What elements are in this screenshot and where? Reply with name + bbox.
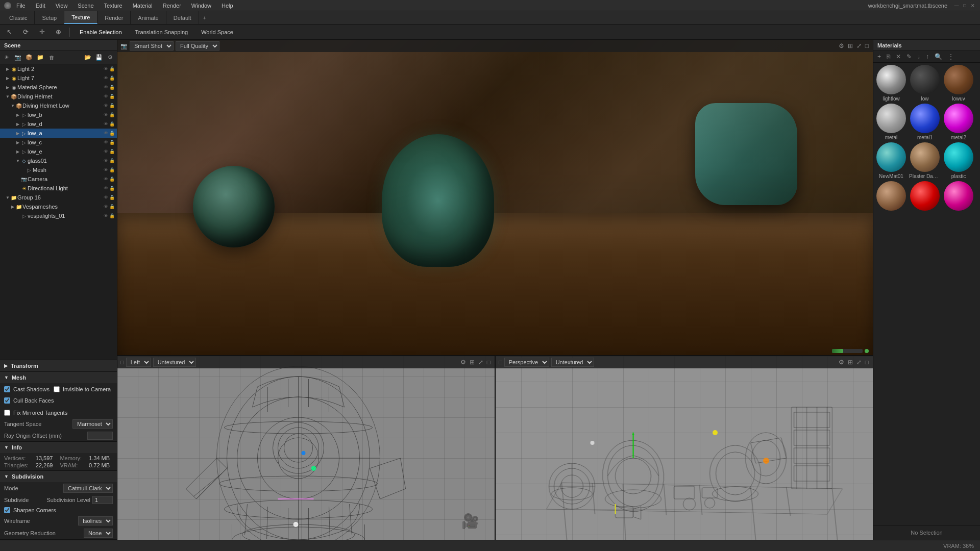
tree-item-low-b[interactable]: ▶ ▷ low_b 👁🔒 (0, 110, 117, 119)
transform-header[interactable]: ▶ Transform (0, 360, 117, 371)
ray-origin-offset-input[interactable]: 0.0 (87, 432, 113, 440)
mat-item-metal2[interactable]: metal2 (943, 104, 974, 140)
scene-export-icon[interactable]: 💾 (94, 53, 104, 62)
mat-item-metal[interactable]: metal (875, 104, 907, 140)
top-viewport-quality-select[interactable]: Full Quality (176, 41, 219, 51)
menu-help[interactable]: Help (219, 2, 235, 10)
scene-import-icon[interactable]: 📂 (83, 53, 92, 62)
mat-import-icon[interactable]: ↓ (915, 52, 922, 61)
left-vp-settings[interactable]: ⚙ (459, 358, 467, 367)
tab-classic[interactable]: Classic (2, 11, 35, 24)
scene-settings-icon[interactable]: ⚙ (106, 53, 115, 62)
close-button[interactable]: ✕ (970, 3, 976, 9)
rotate-tool-icon[interactable]: ⟳ (20, 27, 31, 37)
subdivision-level-input[interactable] (92, 496, 113, 504)
menu-window[interactable]: Window (189, 2, 213, 10)
tree-item-group16[interactable]: ▼ 📁 Group 16 👁🔒 (0, 193, 117, 202)
right-view-select[interactable]: Perspective (504, 358, 549, 367)
menu-scene[interactable]: Scene (76, 2, 95, 10)
vp-fullscreen-icon[interactable]: □ (864, 41, 870, 51)
mat-add-icon[interactable]: + (875, 52, 883, 61)
tree-item-light2[interactable]: ▶ ◉ Light 2 👁🔒 (0, 64, 117, 73)
left-shading-select[interactable]: Untextured (153, 358, 196, 367)
menu-view[interactable]: View (54, 2, 70, 10)
maximize-button[interactable]: □ (962, 3, 968, 9)
enable-selection-button[interactable]: Enable Selection (76, 28, 126, 37)
scene-group-icon[interactable]: 📁 (36, 53, 45, 62)
wireframe-select[interactable]: Isolines (78, 516, 113, 525)
menu-file[interactable]: File (14, 2, 28, 10)
tree-item-vespalights[interactable]: ▷ vespalights_01 👁🔒 (0, 211, 117, 220)
tree-item-light7[interactable]: ▶ ◉ Light 7 👁🔒 (0, 73, 117, 83)
select-tool-icon[interactable]: ↖ (4, 27, 14, 37)
left-vp-fullscreen[interactable]: □ (486, 358, 492, 367)
mat-item-metal1[interactable]: metal1 (909, 104, 941, 140)
tree-item-camera[interactable]: 📷 Camera 👁🔒 (0, 174, 117, 184)
cull-back-faces-checkbox[interactable] (4, 397, 10, 404)
translation-snapping-button[interactable]: Translation Snapping (132, 28, 192, 37)
right-vp-settings[interactable]: ⚙ (838, 358, 845, 367)
menu-render[interactable]: Render (161, 2, 183, 10)
mat-export-icon[interactable]: ↑ (924, 52, 931, 61)
tab-render[interactable]: Render (97, 11, 131, 24)
right-vp-layout[interactable]: ⊞ (847, 358, 854, 367)
tree-item-low-a[interactable]: ▶ ▷ low_a 👁🔒 (0, 129, 117, 138)
mat-rename-icon[interactable]: ✎ (904, 52, 914, 61)
mat-item-plastic[interactable]: plastic (943, 142, 974, 179)
mat-item-plasterdam[interactable]: Plaster Dam... (909, 142, 941, 179)
vp-settings-icon[interactable]: ⚙ (838, 41, 845, 51)
minimize-button[interactable]: — (953, 3, 960, 9)
right-vp-expand[interactable]: ⤢ (855, 358, 863, 367)
tree-item-glass01[interactable]: ▼ ◇ glass01 👁🔒 (0, 156, 117, 165)
viewport-left[interactable]: 🎥 □ Left Untextured ⚙ ⊞ ⤢ □ (117, 356, 496, 540)
world-space-button[interactable]: World Space (198, 28, 237, 37)
mat-settings-icon[interactable]: ⋮ (946, 52, 956, 61)
tree-item-diving-helmet[interactable]: ▼ 📦 Diving Helmet 👁🔒 (0, 92, 117, 101)
tree-item-vespameshes[interactable]: ▶ 📁 Vespameshes 👁🔒 (0, 202, 117, 211)
mat-item-newmat01[interactable]: NewMat01 (875, 142, 907, 179)
mat-duplicate-icon[interactable]: ⎘ (885, 52, 892, 61)
vp-expand-icon[interactable]: ⤢ (855, 41, 863, 51)
vp-layout-icon[interactable]: ⊞ (847, 41, 854, 51)
info-header[interactable]: ▼ Info (0, 442, 117, 453)
tab-add-button[interactable]: + (199, 11, 210, 24)
mat-item-empty2[interactable] (909, 181, 941, 212)
left-vp-expand[interactable]: ⤢ (477, 358, 484, 367)
sharpen-corners-checkbox[interactable] (4, 507, 10, 513)
menu-texture[interactable]: Texture (102, 2, 125, 10)
tab-setup[interactable]: Setup (35, 11, 64, 24)
top-viewport-mode-select[interactable]: Smart Shot (130, 41, 174, 51)
tree-item-directional-light[interactable]: ☀ Directional Light 👁🔒 (0, 184, 117, 193)
tree-item-diving-helmet-low[interactable]: ▼ 📦 Diving Helmet Low 👁🔒 (0, 101, 117, 110)
right-vp-fullscreen[interactable]: □ (864, 358, 870, 367)
scene-obj-icon[interactable]: 📦 (24, 53, 34, 62)
invisible-to-camera-checkbox[interactable] (54, 386, 60, 392)
mat-delete-icon[interactable]: ✕ (894, 52, 903, 61)
mat-item-lightlow[interactable]: lightlow (875, 65, 907, 102)
right-shading-select[interactable]: Untextured (551, 358, 594, 367)
mat-search-icon[interactable]: 🔍 (933, 52, 944, 61)
tree-item-low-e[interactable]: ▶ ▷ low_e 👁🔒 (0, 147, 117, 156)
tab-texture[interactable]: Texture (64, 11, 97, 24)
top-viewport-cam-icon[interactable]: 📷 (120, 43, 128, 49)
tree-item-mesh[interactable]: ▷ Mesh 👁🔒 (0, 165, 117, 174)
menu-edit[interactable]: Edit (34, 2, 47, 10)
mode-select[interactable]: Catmull-Clark (63, 484, 113, 493)
geometry-reduction-select[interactable]: None (84, 529, 113, 538)
scene-cam-icon[interactable]: 📷 (13, 53, 22, 62)
mat-item-lowuv[interactable]: lowuv (943, 65, 974, 102)
viewport-right[interactable]: □ Perspective Untextured ⚙ ⊞ ⤢ □ (496, 356, 873, 540)
tree-item-low-d[interactable]: ▶ ▷ low_d 👁🔒 (0, 119, 117, 129)
scene-delete-icon[interactable]: 🗑 (47, 53, 56, 62)
tree-item-low-c[interactable]: ▶ ▷ low_c 👁🔒 (0, 138, 117, 147)
move-tool-icon[interactable]: ✛ (37, 27, 47, 37)
cast-shadows-checkbox[interactable] (4, 386, 10, 392)
mesh-header[interactable]: ▼ Mesh (0, 372, 117, 383)
left-vp-layout[interactable]: ⊞ (469, 358, 476, 367)
tab-default[interactable]: Default (166, 11, 199, 24)
fix-mirrored-checkbox[interactable] (4, 410, 10, 416)
subdivision-header[interactable]: ▼ Subdivision (0, 471, 117, 482)
tab-animate[interactable]: Animate (131, 11, 166, 24)
menu-material[interactable]: Material (131, 2, 155, 10)
scene-add-icon[interactable]: ☀ (2, 53, 11, 62)
